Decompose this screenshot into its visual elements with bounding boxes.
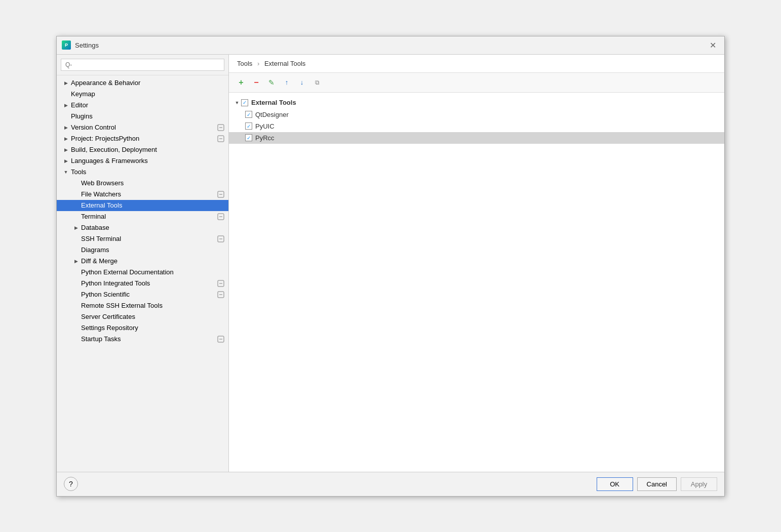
remove-button[interactable]: − (249, 76, 263, 89)
pyuic-item[interactable]: PyUIC (229, 120, 724, 132)
pyrcc-checkbox[interactable] (245, 134, 252, 141)
expand-icon (71, 268, 81, 276)
badge-icon (217, 336, 224, 343)
breadcrumb-separator: › (257, 60, 259, 67)
sidebar-item-settings-repo[interactable]: Settings Repository (57, 322, 228, 334)
sidebar-item-appearance[interactable]: ▶ Appearance & Behavior (57, 77, 228, 89)
sidebar-item-startup-tasks[interactable]: Startup Tasks (57, 334, 228, 345)
close-button[interactable]: ✕ (707, 39, 719, 51)
edit-button[interactable]: ✎ (264, 76, 279, 89)
pyuic-checkbox[interactable] (245, 122, 252, 130)
expand-icon: ▼ (61, 168, 71, 176)
copy-button[interactable]: ⧉ (310, 76, 324, 89)
sidebar-item-ssh-terminal[interactable]: SSH Terminal (57, 233, 228, 244)
sidebar-item-build[interactable]: ▶ Build, Execution, Deployment (57, 144, 228, 155)
badge-icon (217, 291, 224, 298)
badge-icon (217, 235, 224, 242)
expand-icon (71, 179, 81, 187)
expand-icon (71, 201, 81, 210)
sidebar-item-terminal[interactable]: Terminal (57, 211, 228, 222)
sidebar-item-diff-merge[interactable]: ▶ Diff & Merge (57, 256, 228, 267)
sidebar-item-file-watchers[interactable]: File Watchers (57, 189, 228, 200)
external-tools-label: External Tools (251, 99, 296, 106)
badge-icon (217, 213, 224, 220)
badge-icon (217, 135, 224, 142)
sidebar-item-external-tools[interactable]: External Tools (57, 200, 228, 211)
pyrcc-item[interactable]: PyRcc (229, 132, 724, 144)
sidebar-item-python-ext-doc[interactable]: Python External Documentation (57, 267, 228, 278)
up-icon: ↑ (285, 78, 289, 86)
expand-icon: ▶ (61, 124, 71, 132)
expand-icon (71, 213, 81, 221)
badge-icon (217, 280, 224, 287)
expand-icon (61, 112, 71, 120)
settings-window: P Settings ✕ ▶ Appearance & Behavior (56, 36, 725, 497)
app-icon: P (62, 40, 71, 50)
sidebar-item-project[interactable]: ▶ Project: ProjectsPython (57, 133, 228, 144)
cancel-button[interactable]: Cancel (637, 477, 677, 491)
expand-icon (71, 324, 81, 332)
expand-icon: ▶ (61, 79, 71, 87)
sidebar-item-web-browsers[interactable]: Web Browsers (57, 178, 228, 189)
apply-button[interactable]: Apply (681, 477, 717, 491)
expand-icon: ▶ (71, 224, 81, 232)
content-toolbar: + − ✎ ↑ ↓ ⧉ (229, 73, 724, 93)
external-tools-checkbox[interactable] (241, 99, 248, 106)
breadcrumb-root: Tools (237, 60, 252, 67)
title-bar: P Settings ✕ (57, 36, 724, 55)
breadcrumb-current: External Tools (264, 60, 305, 67)
expand-icon: ▶ (61, 146, 71, 154)
sidebar-item-database[interactable]: ▶ Database (57, 222, 228, 233)
main-content: Tools › External Tools + − ✎ ↑ ↓ (229, 55, 724, 472)
expand-icon (71, 246, 81, 254)
add-icon: + (239, 78, 243, 87)
sidebar-item-remote-ssh[interactable]: Remote SSH External Tools (57, 300, 228, 311)
expand-icon (71, 302, 81, 310)
ok-button[interactable]: OK (597, 477, 633, 491)
badge-icon (217, 191, 224, 198)
move-up-button[interactable]: ↑ (280, 76, 294, 89)
content-tree: ▼ External Tools QtDesigner PyUIC P (229, 93, 724, 472)
expand-icon: ▶ (71, 257, 81, 265)
expand-icon (71, 190, 81, 198)
move-down-button[interactable]: ↓ (295, 76, 309, 89)
qtdesigner-item[interactable]: QtDesigner (229, 109, 724, 120)
down-icon: ↓ (300, 78, 304, 86)
expand-icon (61, 90, 71, 98)
sidebar-item-python-int-tools[interactable]: Python Integrated Tools (57, 278, 228, 289)
expand-icon (71, 313, 81, 321)
sidebar-item-server-certs[interactable]: Server Certificates (57, 311, 228, 322)
footer: ? OK Cancel Apply (57, 472, 724, 496)
expand-icon (71, 279, 81, 288)
group-expand-icon: ▼ (233, 99, 241, 107)
sidebar-item-version-control[interactable]: ▶ Version Control (57, 122, 228, 133)
edit-icon: ✎ (268, 78, 275, 87)
qtdesigner-label: QtDesigner (255, 111, 289, 118)
qtdesigner-checkbox[interactable] (245, 111, 252, 118)
expand-icon (71, 291, 81, 299)
sidebar-item-editor[interactable]: ▶ Editor (57, 100, 228, 111)
sidebar-item-tools[interactable]: ▼ Tools (57, 167, 228, 178)
help-button[interactable]: ? (64, 477, 78, 491)
copy-icon: ⧉ (315, 79, 320, 86)
sidebar: ▶ Appearance & Behavior Keymap ▶ Editor … (57, 55, 229, 472)
pyrcc-label: PyRcc (255, 134, 275, 142)
pyuic-label: PyUIC (255, 122, 275, 130)
expand-icon (71, 235, 81, 243)
search-box (57, 55, 228, 75)
expand-icon: ▶ (61, 135, 71, 143)
search-input[interactable] (61, 59, 224, 71)
sidebar-item-python-scientific[interactable]: Python Scientific (57, 289, 228, 300)
remove-icon: − (254, 78, 258, 87)
expand-icon: ▶ (61, 157, 71, 165)
sidebar-item-keymap[interactable]: Keymap (57, 89, 228, 100)
title-bar-left: P Settings (62, 40, 99, 50)
sidebar-item-languages[interactable]: ▶ Languages & Frameworks (57, 155, 228, 167)
external-tools-group[interactable]: ▼ External Tools (229, 97, 724, 109)
sidebar-item-diagrams[interactable]: Diagrams (57, 244, 228, 256)
sidebar-item-plugins[interactable]: Plugins (57, 111, 228, 122)
badge-icon (217, 124, 224, 131)
sidebar-tree: ▶ Appearance & Behavior Keymap ▶ Editor … (57, 75, 228, 472)
add-button[interactable]: + (234, 76, 248, 89)
window-title: Settings (75, 42, 99, 49)
